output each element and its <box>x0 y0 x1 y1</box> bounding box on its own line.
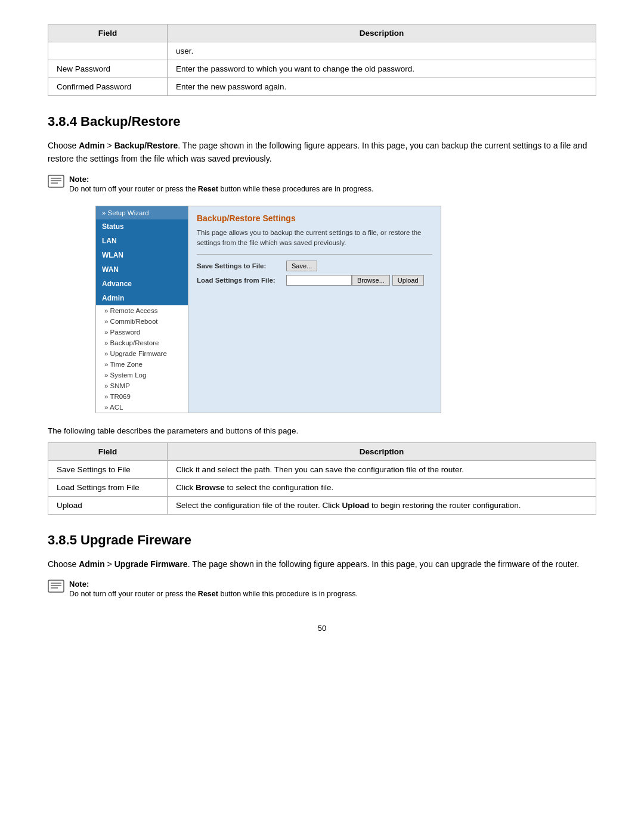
sidebar-item-advance: Advance <box>96 277 188 291</box>
section-385: 3.8.5 Upgrade Fireware Choose Admin > Up… <box>48 532 596 600</box>
section-384-para: Choose Admin > Backup/Restore. The page … <box>48 139 596 166</box>
save-settings-row: Save Settings to File: Save... <box>197 261 432 271</box>
backup-restore-table: Field Description Save Settings to File … <box>48 442 596 515</box>
table-cell-desc: Enter the new password again. <box>168 78 596 96</box>
router-sidebar: » Setup Wizard Status LAN WLAN WAN Advan… <box>96 206 188 413</box>
table-desc-384: The following table describes the parame… <box>48 426 596 435</box>
table-cell-field: Load Settings from File <box>48 478 168 496</box>
table-cell-field: Confirmed Password <box>48 78 168 96</box>
note-icon <box>48 175 64 188</box>
table-cell-desc: Select the configuration file of the rou… <box>168 496 596 514</box>
sidebar-item-backup-restore: Backup/Restore <box>96 337 188 348</box>
table-cell-field: New Password <box>48 60 168 78</box>
sidebar-item-tr069: TR069 <box>96 391 188 402</box>
section-385-heading: 3.8.5 Upgrade Fireware <box>48 532 596 548</box>
load-settings-row: Load Settings from File: Browse... Uploa… <box>197 275 432 286</box>
sidebar-item-password: Password <box>96 327 188 337</box>
note-text-384: Do not turn off your router or press the… <box>69 184 373 195</box>
sidebar-item-snmp: SNMP <box>96 380 188 391</box>
note-label-385: Note: <box>69 580 89 589</box>
upload-button[interactable]: Upload <box>392 275 424 286</box>
table-cell-desc: Enter the password to which you want to … <box>168 60 596 78</box>
sidebar-item-admin: Admin <box>96 291 188 305</box>
section-384-heading: 3.8.4 Backup/Restore <box>48 114 596 129</box>
note-icon-385 <box>48 580 64 593</box>
section-384: 3.8.4 Backup/Restore Choose Admin > Back… <box>48 114 596 515</box>
svg-rect-5 <box>51 583 61 584</box>
svg-rect-2 <box>51 180 61 181</box>
sidebar-item-wan: WAN <box>96 262 188 277</box>
sidebar-item-upgrade-firmware: Upgrade Firmware <box>96 348 188 359</box>
page-number: 50 <box>48 624 596 633</box>
svg-rect-3 <box>51 182 58 184</box>
table-cell-desc: Click it and select the path. Then you c… <box>168 460 596 478</box>
sidebar-item-system-log: System Log <box>96 370 188 380</box>
svg-rect-1 <box>51 178 61 179</box>
table-cell-field <box>48 42 168 60</box>
top-password-table: Field Description user. New Password Ent… <box>48 24 596 96</box>
sidebar-item-commit-reboot: Commit/Reboot <box>96 316 188 327</box>
table-row: user. <box>48 42 596 60</box>
backup-table-field-header: Field <box>48 442 168 460</box>
router-main-area: Backup/Restore Settings This page allows… <box>188 206 441 413</box>
table-row: New Password Enter the password to which… <box>48 60 596 78</box>
load-settings-input[interactable] <box>286 275 352 286</box>
save-settings-label: Save Settings to File: <box>197 262 286 270</box>
top-table-field-header: Field <box>48 24 168 42</box>
load-settings-label: Load Settings from File: <box>197 277 286 284</box>
sidebar-item-time-zone: Time Zone <box>96 359 188 370</box>
svg-rect-7 <box>51 587 58 589</box>
router-main-desc: This page allows you to backup the curre… <box>197 228 432 255</box>
section-385-para: Choose Admin > Upgrade Firmware. The pag… <box>48 558 596 571</box>
sidebar-item-remote-access: Remote Access <box>96 305 188 316</box>
note-text-385: Do not turn off your router or press the… <box>69 589 358 600</box>
save-button[interactable]: Save... <box>286 261 317 271</box>
router-main-title: Backup/Restore Settings <box>197 213 432 223</box>
table-cell-field: Save Settings to File <box>48 460 168 478</box>
table-row: Load Settings from File Click Browse to … <box>48 478 596 496</box>
sidebar-item-setup-wizard: » Setup Wizard <box>96 206 188 219</box>
sidebar-item-wlan: WLAN <box>96 248 188 262</box>
svg-rect-6 <box>51 585 61 586</box>
table-row: Confirmed Password Enter the new passwor… <box>48 78 596 96</box>
sidebar-item-acl: ACL <box>96 402 188 413</box>
sidebar-item-lan: LAN <box>96 234 188 248</box>
router-ui-screenshot: » Setup Wizard Status LAN WLAN WAN Advan… <box>95 206 441 413</box>
table-cell-desc: user. <box>168 42 596 60</box>
note-box-384: Note: Do not turn off your router or pre… <box>48 174 596 195</box>
sidebar-item-status: Status <box>96 219 188 234</box>
table-cell-desc: Click Browse to select the configuration… <box>168 478 596 496</box>
note-label-384: Note: <box>69 175 89 184</box>
browse-button[interactable]: Browse... <box>352 275 390 286</box>
table-row: Upload Select the configuration file of … <box>48 496 596 514</box>
table-cell-field: Upload <box>48 496 168 514</box>
table-row: Save Settings to File Click it and selec… <box>48 460 596 478</box>
backup-table-desc-header: Description <box>168 442 596 460</box>
note-box-385: Note: Do not turn off your router or pre… <box>48 579 596 600</box>
top-table-description-header: Description <box>168 24 596 42</box>
